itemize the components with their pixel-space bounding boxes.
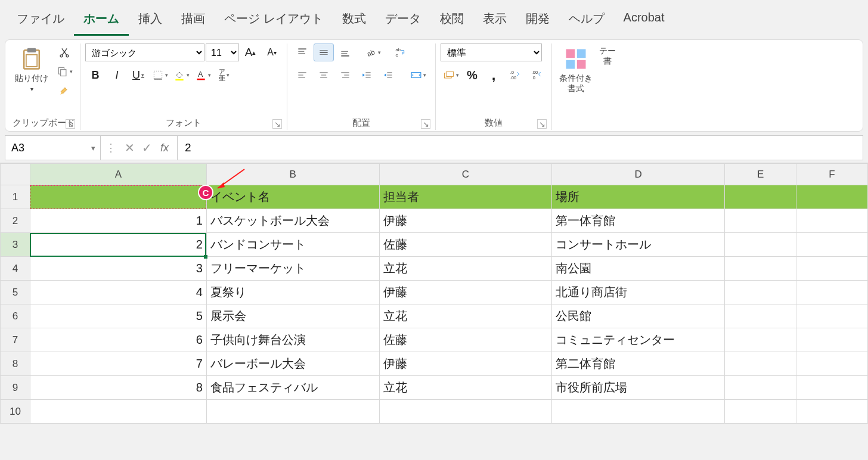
clipboard-launcher[interactable]: ↘: [66, 119, 75, 129]
tab-ページ レイアウト[interactable]: ページ レイアウト: [215, 5, 333, 36]
row-header[interactable]: 4: [1, 257, 30, 281]
row-header[interactable]: 10: [1, 400, 30, 424]
cell[interactable]: 第一体育館: [552, 209, 725, 233]
tab-挿入[interactable]: 挿入: [129, 5, 172, 36]
cell[interactable]: 市役所前広場: [552, 376, 725, 400]
cancel-icon[interactable]: ✕: [121, 141, 138, 155]
cell[interactable]: バレーボール大会: [206, 352, 379, 376]
tab-開発[interactable]: 開発: [516, 5, 559, 36]
tab-Acrobat[interactable]: Acrobat: [614, 5, 674, 36]
tab-描画[interactable]: 描画: [172, 5, 215, 36]
tab-ヘルプ[interactable]: ヘルプ: [559, 5, 614, 36]
cell[interactable]: 1: [30, 209, 206, 233]
decrease-indent-button[interactable]: [356, 66, 377, 84]
increase-decimal-button[interactable]: .0.00: [505, 66, 525, 84]
cell[interactable]: 公民館: [552, 304, 725, 328]
font-name-select[interactable]: 游ゴシック: [85, 43, 204, 61]
cell[interactable]: コミュニティセンター: [552, 328, 725, 352]
currency-button[interactable]: ▾: [441, 66, 461, 84]
phonetic-button[interactable]: ア亜▾: [214, 66, 234, 84]
wrap-text-button[interactable]: abc: [390, 43, 410, 61]
cell[interactable]: [725, 281, 796, 304]
fill-handle[interactable]: [204, 255, 207, 259]
cell[interactable]: 立花: [379, 376, 552, 400]
cell[interactable]: 南公園: [552, 257, 725, 281]
cell[interactable]: 2: [30, 233, 206, 257]
cell[interactable]: [796, 281, 868, 304]
cell[interactable]: バスケットボール大会: [206, 209, 379, 233]
align-bottom-button[interactable]: [335, 43, 355, 61]
cell[interactable]: 佐藤: [379, 328, 552, 352]
font-size-select[interactable]: 11: [206, 43, 239, 61]
align-top-button[interactable]: [292, 43, 312, 61]
cell[interactable]: [796, 328, 868, 352]
cell[interactable]: [796, 376, 868, 400]
cell[interactable]: 子供向け舞台公演: [206, 328, 379, 352]
col-header-E[interactable]: E: [725, 164, 796, 185]
tab-ホーム[interactable]: ホーム: [74, 5, 129, 36]
cell[interactable]: 5: [30, 304, 206, 328]
decrease-font-button[interactable]: A▾: [262, 43, 282, 61]
cell[interactable]: 3: [30, 257, 206, 281]
cell[interactable]: [725, 400, 796, 424]
cell[interactable]: [796, 400, 868, 424]
cell[interactable]: 展示会: [206, 304, 379, 328]
align-center-button[interactable]: [314, 66, 334, 84]
underline-button[interactable]: U▾: [128, 66, 148, 84]
fx-icon[interactable]: fx: [156, 142, 173, 154]
row-header[interactable]: 8: [1, 352, 30, 376]
number-launcher[interactable]: ↘: [537, 119, 547, 129]
row-header[interactable]: 7: [1, 328, 30, 352]
cell[interactable]: 北通り商店街: [552, 281, 725, 304]
cell[interactable]: [30, 400, 206, 424]
row-header[interactable]: 9: [1, 376, 30, 400]
tab-ファイル[interactable]: ファイル: [7, 5, 74, 36]
cell[interactable]: [552, 400, 725, 424]
col-header-C[interactable]: C: [379, 164, 552, 185]
align-right-button[interactable]: [335, 66, 355, 84]
cell[interactable]: 伊藤: [379, 352, 552, 376]
row-header[interactable]: 5: [1, 281, 30, 304]
orientation-button[interactable]: ab▾: [362, 43, 383, 61]
font-color-button[interactable]: A▾: [193, 66, 213, 84]
cell[interactable]: 場所: [552, 185, 725, 209]
align-middle-button[interactable]: [314, 43, 334, 61]
percent-button[interactable]: %: [462, 66, 482, 84]
col-header-D[interactable]: D: [552, 164, 725, 185]
cell[interactable]: 食品フェスティバル: [206, 376, 379, 400]
align-launcher[interactable]: ↘: [421, 119, 430, 129]
cell[interactable]: 夏祭り: [206, 281, 379, 304]
fill-color-button[interactable]: ▾: [171, 66, 191, 84]
row-header[interactable]: 6: [1, 304, 30, 328]
cell[interactable]: [796, 185, 868, 209]
border-button[interactable]: ▾: [150, 66, 170, 84]
cell[interactable]: 7: [30, 352, 206, 376]
comma-button[interactable]: ,: [483, 66, 504, 84]
table-format-button[interactable]: テー 書: [599, 43, 616, 69]
cell[interactable]: 6: [30, 328, 206, 352]
cell[interactable]: [206, 400, 379, 424]
row-header[interactable]: 3: [1, 233, 30, 257]
copy-button[interactable]: ▾: [54, 63, 75, 80]
cell[interactable]: [725, 257, 796, 281]
cell[interactable]: [796, 352, 868, 376]
cell[interactable]: [379, 400, 552, 424]
cell[interactable]: コンサートホール: [552, 233, 725, 257]
cell[interactable]: 伊藤: [379, 281, 552, 304]
row-header[interactable]: 1: [1, 185, 30, 209]
col-header-A[interactable]: A: [30, 164, 206, 185]
col-header-F[interactable]: F: [796, 164, 868, 185]
decrease-decimal-button[interactable]: .00.0: [526, 66, 547, 84]
enter-icon[interactable]: ✓: [138, 141, 156, 155]
format-painter-button[interactable]: [54, 82, 75, 100]
cell[interactable]: 佐藤: [379, 233, 552, 257]
bold-button[interactable]: B: [85, 66, 106, 84]
name-box-input[interactable]: [5, 139, 86, 157]
font-launcher[interactable]: ↘: [272, 119, 282, 129]
tab-表示[interactable]: 表示: [473, 5, 516, 36]
increase-font-button[interactable]: A▴: [240, 43, 261, 61]
cell[interactable]: [725, 328, 796, 352]
paste-button[interactable]: 貼り付け▾: [13, 43, 51, 96]
select-all-corner[interactable]: [1, 164, 30, 185]
conditional-format-button[interactable]: 条件付き 書式: [557, 43, 595, 96]
